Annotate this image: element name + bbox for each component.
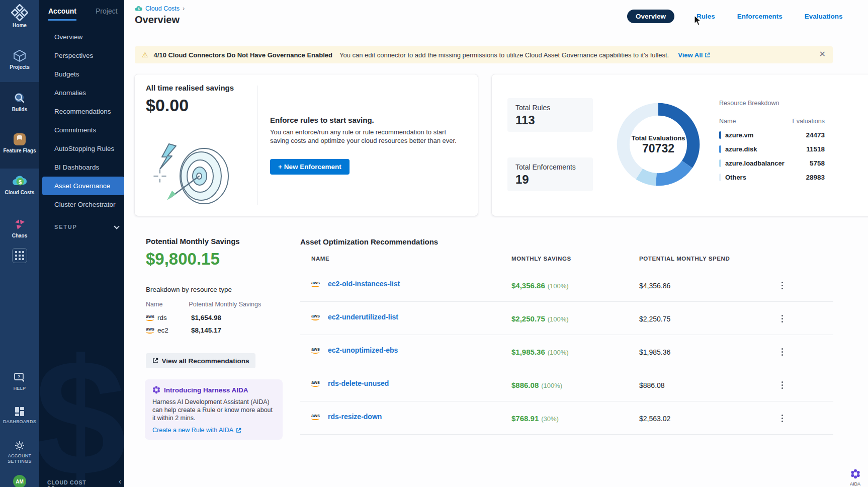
donut-label: Total Evaluations bbox=[612, 134, 705, 142]
total-enforcements-label: Total Enforcements bbox=[515, 163, 585, 171]
aws-icon: aws bbox=[146, 314, 154, 321]
sidebar-nav: Overview Perspectives Budgets Anomalies … bbox=[39, 28, 124, 214]
warning-icon: ⚠ bbox=[142, 51, 148, 59]
aida-card-title: Introducing Harness AIDA bbox=[152, 386, 275, 394]
rail-item-projects[interactable]: Projects bbox=[0, 49, 39, 70]
legend-swatch bbox=[719, 159, 721, 167]
sidebar-item-asset-governance[interactable]: Asset Governance bbox=[42, 177, 124, 195]
sidebar-footer-line2: Management bbox=[47, 485, 100, 487]
resource-name: Others bbox=[725, 174, 746, 181]
resource-name: azure.disk bbox=[725, 145, 757, 153]
rail-item-cloud-costs[interactable]: $ Cloud Costs bbox=[0, 174, 39, 195]
aws-icon: aws bbox=[146, 327, 154, 334]
potential-spend-value: $4,356.86 bbox=[639, 282, 670, 290]
resource-row: azure.loadbalancer 5758 bbox=[719, 159, 825, 167]
governance-stats-card: Total Rules 113 Total Enforcements 19 To… bbox=[492, 74, 868, 216]
sidebar-item-bi-dashboards[interactable]: BI Dashboards bbox=[39, 158, 124, 177]
cloud-costs-icon: $ bbox=[0, 174, 39, 188]
rail-item-dashboards[interactable]: DASHBOARDS bbox=[0, 405, 39, 425]
sidebar-item-overview[interactable]: Overview bbox=[39, 28, 124, 46]
svg-text:$: $ bbox=[138, 7, 140, 11]
rail-item-chaos[interactable]: Chaos bbox=[0, 217, 39, 238]
rail-item-apps[interactable] bbox=[0, 248, 39, 263]
resource-name: azure.loadbalancer bbox=[725, 159, 785, 167]
dart-target-illustration bbox=[150, 140, 243, 208]
sidebar-collapse-chevron[interactable]: ‹ bbox=[119, 477, 121, 486]
cloud-costs-sidebar: Account Project Overview Perspectives Bu… bbox=[39, 0, 124, 487]
sidebar-item-commitments[interactable]: Commitments bbox=[39, 121, 124, 139]
row-menu-kebab-icon[interactable] bbox=[777, 413, 787, 424]
rail-item-label: Cloud Costs bbox=[0, 190, 39, 195]
row-menu-kebab-icon[interactable] bbox=[777, 379, 787, 390]
potential-spend-value: $886.08 bbox=[639, 381, 665, 389]
tab-overview[interactable]: Overview bbox=[627, 10, 674, 23]
recommendation-link[interactable]: rds-resize-down bbox=[328, 413, 382, 421]
breadcrumb: $ Cloud Costs › bbox=[135, 5, 185, 12]
recommendation-link[interactable]: ec2-old-instances-list bbox=[328, 280, 400, 288]
resource-type: ec2 bbox=[157, 327, 168, 334]
rail-item-account-settings[interactable]: ACCOUNT SETTINGS bbox=[0, 440, 39, 464]
banner-view-all-link[interactable]: View All bbox=[678, 51, 710, 59]
total-enforcements-value: 19 bbox=[515, 173, 585, 187]
aida-create-rule-link[interactable]: Create a new Rule with AIDA bbox=[152, 427, 275, 434]
sidebar-item-budgets[interactable]: Budgets bbox=[39, 65, 124, 84]
aida-corner-button[interactable]: AIDA bbox=[850, 469, 860, 486]
resource-name: azure.vm bbox=[725, 131, 753, 139]
monthly-savings-value: $768.91 bbox=[511, 414, 539, 423]
breadcrumb-link[interactable]: Cloud Costs bbox=[145, 5, 180, 12]
resource-value: 5758 bbox=[810, 159, 825, 167]
sidebar-item-anomalies[interactable]: Anomalies bbox=[39, 84, 124, 102]
rail-item-feature-flags[interactable]: Feature Flags bbox=[0, 132, 39, 153]
breakdown-row: awsrds $1,654.98 bbox=[146, 314, 292, 321]
rail-item-label: Chaos bbox=[0, 233, 39, 238]
row-menu-kebab-icon[interactable] bbox=[777, 280, 787, 291]
recommendation-link[interactable]: ec2-unoptimized-ebs bbox=[328, 346, 398, 354]
resource-value: 28983 bbox=[806, 174, 825, 181]
aida-flower-icon bbox=[152, 386, 160, 394]
row-menu-kebab-icon[interactable] bbox=[777, 346, 787, 357]
rail-item-label: Builds bbox=[0, 107, 39, 112]
recommendation-row: awsec2-old-instances-list $4,356.86(100%… bbox=[300, 269, 833, 302]
monthly-savings-value: $1,985.36 bbox=[511, 348, 545, 356]
rail-item-label: Home bbox=[0, 23, 39, 28]
view-all-label: View all Recommendations bbox=[162, 357, 249, 365]
resource-value: 11518 bbox=[806, 145, 825, 153]
rail-item-builds[interactable]: Builds bbox=[0, 91, 39, 112]
svg-text:$: $ bbox=[19, 179, 22, 185]
close-icon[interactable]: ✕ bbox=[819, 50, 826, 58]
legend-swatch bbox=[719, 174, 721, 181]
resource-savings: $8,145.17 bbox=[191, 327, 221, 334]
sidebar-item-perspectives[interactable]: Perspectives bbox=[39, 46, 124, 65]
donut-value: 70732 bbox=[612, 142, 705, 155]
resource-breakdown-title: Resource Breakdown bbox=[719, 100, 825, 107]
breadcrumb-separator: › bbox=[183, 5, 185, 12]
total-enforcements-box: Total Enforcements 19 bbox=[507, 157, 593, 191]
sidebar-item-autostopping-rules[interactable]: AutoStopping Rules bbox=[39, 139, 124, 158]
new-enforcement-button[interactable]: + New Enforcement bbox=[270, 159, 350, 175]
user-avatar[interactable]: AM bbox=[13, 475, 26, 487]
col-name: Name bbox=[146, 301, 162, 308]
rail-item-home[interactable]: Home bbox=[0, 4, 39, 28]
aws-icon: aws bbox=[311, 414, 320, 420]
tab-evaluations[interactable]: Evaluations bbox=[805, 13, 843, 20]
resource-type: rds bbox=[157, 314, 167, 321]
view-all-label: View All bbox=[678, 51, 703, 59]
recommendation-link[interactable]: rds-delete-unused bbox=[328, 379, 389, 387]
sidebar-item-cluster-orchestrator[interactable]: Cluster Orchestrator bbox=[39, 195, 124, 214]
resource-breakdown: Resource Breakdown Name Evaluations azur… bbox=[719, 100, 825, 181]
rail-item-user[interactable]: AM bbox=[0, 475, 39, 487]
tab-project[interactable]: Project bbox=[96, 7, 118, 21]
apps-grid-icon bbox=[12, 248, 27, 263]
tab-enforcements[interactable]: Enforcements bbox=[737, 13, 783, 20]
rail-item-label: ACCOUNT SETTINGS bbox=[4, 453, 36, 464]
sidebar-setup-toggle[interactable]: SETUP bbox=[54, 224, 115, 230]
tab-account[interactable]: Account bbox=[48, 7, 76, 21]
view-all-recommendations-button[interactable]: View all Recommendations bbox=[146, 353, 255, 368]
sidebar-item-recommendations[interactable]: Recommendations bbox=[39, 102, 124, 121]
recommendation-link[interactable]: ec2-underutilized-list bbox=[328, 313, 398, 321]
savings-percent: (100%) bbox=[548, 315, 569, 323]
row-menu-kebab-icon[interactable] bbox=[777, 313, 787, 324]
tab-rules[interactable]: Rules bbox=[697, 13, 715, 20]
rail-item-help[interactable]: ? HELP bbox=[0, 372, 39, 391]
evaluations-donut: Total Evaluations 70732 bbox=[612, 98, 705, 191]
